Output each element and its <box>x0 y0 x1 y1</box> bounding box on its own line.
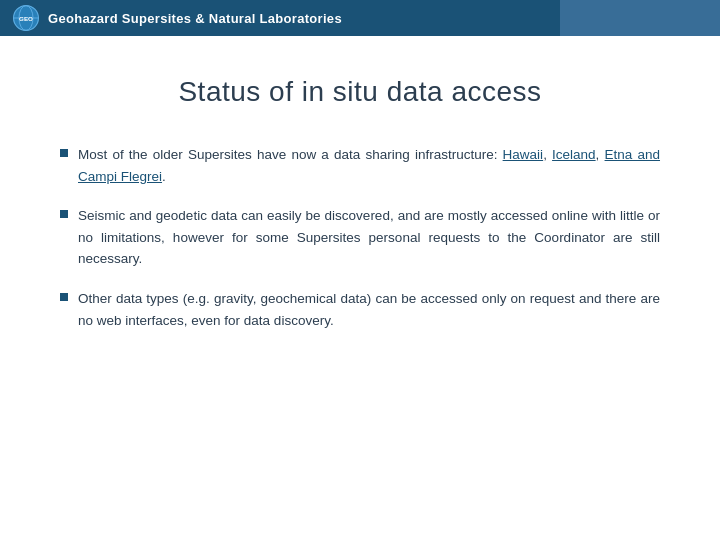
main-content: Status of in situ data access Most of th… <box>0 36 720 361</box>
bullet-icon <box>60 210 68 218</box>
logo-container: GEO Geohazard Supersites & Natural Labor… <box>12 4 342 32</box>
list-item: Other data types (e.g. gravity, geochemi… <box>60 288 660 331</box>
geo-logo-icon: GEO <box>12 4 40 32</box>
hawaii-link[interactable]: Hawaii <box>503 147 544 162</box>
bullet-text-3: Other data types (e.g. gravity, geochemi… <box>78 288 660 331</box>
header-decoration <box>560 0 720 36</box>
page-title: Status of in situ data access <box>60 76 660 108</box>
header: GEO Geohazard Supersites & Natural Labor… <box>0 0 720 36</box>
bullet-icon <box>60 149 68 157</box>
iceland-link[interactable]: Iceland <box>552 147 596 162</box>
bullet-text-2: Seismic and geodetic data can easily be … <box>78 205 660 270</box>
list-item: Most of the older Supersites have now a … <box>60 144 660 187</box>
bullet-text-1: Most of the older Supersites have now a … <box>78 144 660 187</box>
bullet-list: Most of the older Supersites have now a … <box>60 144 660 331</box>
bullet-icon <box>60 293 68 301</box>
svg-text:GEO: GEO <box>19 15 33 22</box>
header-title: Geohazard Supersites & Natural Laborator… <box>48 11 342 26</box>
list-item: Seismic and geodetic data can easily be … <box>60 205 660 270</box>
